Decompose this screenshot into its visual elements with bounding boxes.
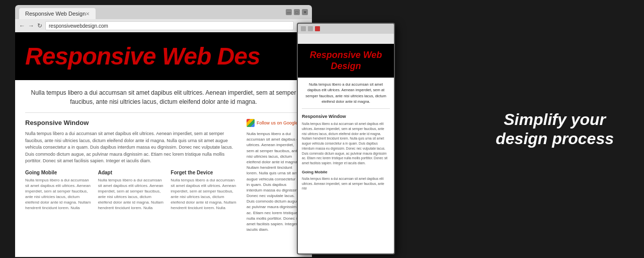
col-title-2: Forget the Device [171, 170, 236, 175]
col-item-0: Going Mobile Nulla tempus libero a dui a… [25, 170, 91, 211]
tab-close-icon[interactable]: ✕ [86, 11, 90, 17]
site-body: Nulla tempus libero a dui accumsan sit a… [15, 80, 312, 240]
col-item-2: Forget the Device Nulla tempus libero a … [171, 170, 236, 211]
close-icon[interactable]: ✕ [302, 9, 308, 15]
minimize-icon[interactable]: — [286, 9, 292, 15]
content-grid: Responsive Window Nulla tempus libero a … [25, 119, 302, 232]
main-browser-window: Responsive Web Design ✕ — □ ✕ ← → ↻ ☆ ≡ … [15, 5, 312, 257]
tab-label: Responsive Web Design [25, 11, 86, 17]
mini-site-header: Responsive Web Design [298, 44, 394, 78]
mini-content: Responsive Web Design Nulla tempus liber… [298, 44, 394, 253]
mini-minimize-icon[interactable] [301, 26, 306, 31]
site-title-big: Responsive Web Des [25, 42, 302, 70]
col-text-1: Nulla tempus libero a dui accumsan sit a… [98, 177, 164, 211]
mini-sub-title: Going Mobile [302, 170, 390, 174]
forward-button[interactable]: → [28, 22, 34, 29]
google-follow-btn[interactable]: Follow us on Google+ [247, 119, 302, 127]
mini-browser-window: Responsive Web Design Nulla tempus liber… [297, 23, 395, 254]
section-title: Responsive Window [25, 119, 236, 126]
content-main: Responsive Window Nulla tempus libero a … [25, 119, 236, 232]
three-col: Going Mobile Nulla tempus libero a dui a… [25, 170, 236, 211]
maximize-icon[interactable]: □ [294, 9, 300, 15]
site-header: Responsive Web Des [15, 32, 312, 80]
browser-tab[interactable]: Responsive Web Design ✕ [19, 8, 96, 19]
mini-titlebar [298, 24, 394, 34]
browser-toolbar: ← → ↻ ☆ ≡ [15, 19, 312, 32]
mini-site-title: Responsive Web Design [303, 50, 389, 72]
col-title-0: Going Mobile [25, 170, 91, 175]
refresh-button[interactable]: ↻ [37, 22, 42, 29]
address-bar[interactable] [45, 21, 294, 30]
slogan-line1: Simplify your [504, 110, 606, 128]
site-intro: Nulla tempus libero a dui accumsan sit a… [25, 88, 302, 113]
google-icon [247, 119, 255, 127]
browser-content: Responsive Web Des Nulla tempus libero a… [15, 32, 312, 257]
slogan-line2: design process [496, 130, 614, 148]
tab-area: Responsive Web Design ✕ [19, 5, 281, 19]
mini-section-title: Responsive Window [302, 114, 390, 119]
mini-close-icon[interactable] [315, 26, 320, 31]
body-text: Nulla tempus libero a dui accumsan sit a… [25, 131, 236, 165]
sidebar-text: Nulla tempus libero a dui accumsan sit a… [247, 131, 302, 232]
mini-intro-text: Nulla tempus libero a dui accumsan sit a… [302, 82, 390, 109]
col-item-1: Adapt Nulla tempus libero a dui accumsan… [98, 170, 164, 211]
window-controls: — □ ✕ [286, 9, 308, 15]
col-text-0: Nulla tempus libero a dui accumsan sit a… [25, 177, 91, 211]
mini-maximize-icon[interactable] [308, 26, 313, 31]
mini-toolbar [298, 34, 394, 44]
mini-body-text: Nulla tempus libero a dui accumsan sit a… [302, 121, 390, 166]
right-panel: Simplify your design process [496, 110, 614, 149]
mini-body: Nulla tempus libero a dui accumsan sit a… [298, 78, 394, 199]
content-sidebar: Follow us on Google+ Nulla tempus libero… [247, 119, 302, 232]
col-title-1: Adapt [98, 170, 164, 175]
mini-sub-text: Nulla tempus libero a dui accumsan sit a… [302, 176, 390, 191]
col-text-2: Nulla tempus libero a dui accumsan sit a… [171, 177, 236, 211]
browser-titlebar: Responsive Web Design ✕ — □ ✕ [15, 5, 312, 19]
google-follow-label: Follow us on Google+ [257, 120, 300, 125]
back-button[interactable]: ← [19, 22, 25, 29]
slogan-text: Simplify your design process [496, 110, 614, 149]
